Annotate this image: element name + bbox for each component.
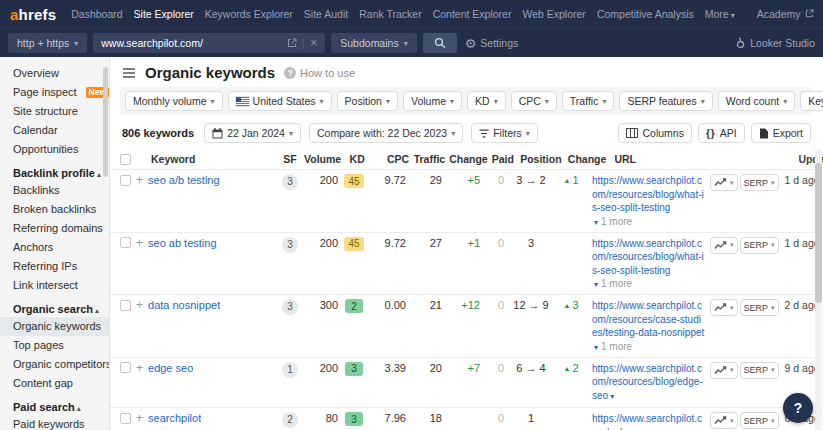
url-link[interactable]: https://www.searchpilot.com/resources/ca… <box>592 300 704 338</box>
filter-position[interactable]: Position▾ <box>337 91 398 111</box>
sidebar-item-backlinks[interactable]: Backlinks <box>0 181 109 200</box>
sidebar-section-organic-search[interactable]: Organic search▴ <box>0 295 109 317</box>
sidebar-section-paid-search[interactable]: Paid search▴ <box>0 393 109 415</box>
topnav-item-dashboard[interactable]: Dashboard <box>71 8 122 20</box>
filter-keyword[interactable]: Keyword▾ <box>800 91 823 111</box>
expand-plus-icon[interactable]: + <box>136 175 143 185</box>
col-change[interactable]: Change <box>447 153 490 165</box>
serp-button[interactable]: SERP ▾ <box>740 362 779 379</box>
target-input[interactable]: www.searchpilot.com/ × <box>93 33 325 53</box>
sidebar-item-site-structure[interactable]: Site structure <box>0 102 109 121</box>
looker-studio-link[interactable]: Looker Studio <box>736 37 815 49</box>
expand-plus-icon[interactable]: + <box>136 300 143 310</box>
clear-input-icon[interactable]: × <box>310 38 317 48</box>
ahrefs-logo[interactable]: ahrefs <box>10 6 56 23</box>
export-button[interactable]: Export <box>751 123 811 143</box>
col-cpc[interactable]: CPC <box>371 153 411 165</box>
col-kd[interactable]: KD <box>343 153 371 165</box>
mode-dropdown[interactable]: Subdomains▾ <box>331 33 416 53</box>
topnav-item-rank-tracker[interactable]: Rank Tracker <box>359 8 421 20</box>
filter-cpc[interactable]: CPC▾ <box>511 91 557 111</box>
col-sf[interactable]: SF <box>278 153 302 165</box>
col-position[interactable]: Position <box>516 153 566 165</box>
topnav-item-competitive-analysis[interactable]: Competitive Analysis <box>597 8 694 20</box>
sidebar-item-top-pages[interactable]: Top pages <box>0 336 109 355</box>
columns-button[interactable]: Columns <box>618 123 691 143</box>
topnav-item-more[interactable]: More▾ <box>705 8 735 20</box>
sidebar-section-backlink-profile[interactable]: Backlink profile▴ <box>0 159 109 181</box>
open-external-icon[interactable] <box>287 38 297 48</box>
sidebar-item-content-gap[interactable]: Content gap <box>0 374 109 393</box>
position-history-chart-button[interactable]: ▾ <box>710 362 738 379</box>
position-history-chart-button[interactable]: ▾ <box>710 174 738 191</box>
keyword-link[interactable]: seo ab testing <box>148 237 217 249</box>
filters-button[interactable]: Filters▾ <box>471 123 538 143</box>
url-link[interactable]: https://www.searchpilot.com/resources/bl… <box>592 238 704 276</box>
topnav-item-keywords-explorer[interactable]: Keywords Explorer <box>205 8 293 20</box>
sidebar-item-opportunities[interactable]: Opportunities <box>0 140 109 159</box>
position-history-chart-button[interactable]: ▾ <box>710 237 738 254</box>
filter-serp-features[interactable]: SERP features▾ <box>619 91 712 111</box>
api-button[interactable]: {} API <box>698 123 745 143</box>
more-urls-link[interactable]: 1 more <box>601 278 632 289</box>
sidebar-item-page-inspect[interactable]: Page inspectNew <box>0 83 109 102</box>
topnav-item-content-explorer[interactable]: Content Explorer <box>433 8 512 20</box>
filter-traffic[interactable]: Traffic▾ <box>562 91 615 111</box>
position-history-chart-button[interactable]: ▾ <box>710 412 738 429</box>
expand-plus-icon[interactable]: + <box>136 238 143 248</box>
col-traffic[interactable]: Traffic <box>411 153 447 165</box>
filter-volume[interactable]: Volume▾ <box>403 91 462 111</box>
filter-united-states[interactable]: United States▾ <box>228 91 332 111</box>
serp-button[interactable]: SERP ▾ <box>740 174 779 191</box>
sidebar-scrollbar[interactable] <box>103 67 108 177</box>
sidebar-item-broken-backlinks[interactable]: Broken backlinks <box>0 200 109 219</box>
more-urls-link[interactable]: 4 more <box>618 427 649 430</box>
url-dropdown-caret[interactable]: ▾ <box>594 280 598 289</box>
sidebar-item-referring-ips[interactable]: Referring IPs <box>0 257 109 276</box>
url-dropdown-caret[interactable]: ▾ <box>594 343 598 352</box>
select-all-checkbox[interactable] <box>120 154 131 165</box>
filter-monthly-volume[interactable]: Monthly volume▾ <box>125 91 223 111</box>
sidebar-item-paid-keywords[interactable]: Paid keywords <box>0 415 109 430</box>
topnav-item-site-explorer[interactable]: Site Explorer <box>134 8 194 20</box>
settings-button[interactable]: ⚙Settings <box>465 36 519 51</box>
sidebar-item-referring-domains[interactable]: Referring domains <box>0 219 109 238</box>
filter-kd[interactable]: KD▾ <box>467 91 506 111</box>
expand-plus-icon[interactable]: + <box>136 363 143 373</box>
keyword-link[interactable]: edge seo <box>148 362 193 374</box>
sidebar-item-overview[interactable]: Overview <box>0 64 109 83</box>
col-keyword[interactable]: Keyword <box>151 153 195 165</box>
keyword-link[interactable]: data nosnippet <box>148 299 220 311</box>
search-button[interactable] <box>423 33 457 53</box>
sidebar-item-link-intersect[interactable]: Link intersect <box>0 276 109 295</box>
url-link[interactable]: https://www.searchpilot.com/resources/bl… <box>592 363 703 401</box>
topnav-item-academy[interactable]: Academy <box>757 8 815 20</box>
url-link[interactable]: https://www.searchpilot.com/resources/bl… <box>592 175 704 213</box>
sidebar-item-organic-competitors[interactable]: Organic competitors <box>0 355 109 374</box>
keyword-link[interactable]: seo a/b testing <box>148 174 220 186</box>
topnav-item-site-audit[interactable]: Site Audit <box>304 8 348 20</box>
row-checkbox[interactable] <box>120 362 131 373</box>
sidebar-item-organic-keywords[interactable]: Organic keywords <box>0 317 109 336</box>
help-button[interactable]: ? <box>783 393 813 423</box>
col-paid[interactable]: Paid <box>490 153 516 165</box>
topnav-item-web-explorer[interactable]: Web Explorer <box>522 8 585 20</box>
row-checkbox[interactable] <box>120 413 131 424</box>
collapse-sidebar-icon[interactable] <box>122 67 136 79</box>
sidebar-item-calendar[interactable]: Calendar <box>0 121 109 140</box>
col-url[interactable]: URL <box>608 153 730 165</box>
table-scrollbar-thumb[interactable] <box>815 163 822 303</box>
compare-date-button[interactable]: Compare with: 22 Dec 2023▾ <box>309 123 463 143</box>
more-urls-link[interactable]: 1 more <box>601 216 632 227</box>
serp-button[interactable]: SERP ▾ <box>740 299 779 316</box>
sidebar-item-anchors[interactable]: Anchors <box>0 238 109 257</box>
protocol-dropdown[interactable]: http + https▾ <box>8 33 87 53</box>
url-dropdown-caret[interactable]: ▾ <box>594 218 598 227</box>
keyword-link[interactable]: searchpilot <box>148 412 201 424</box>
col-position-change[interactable]: Change <box>566 153 609 165</box>
date-picker-button[interactable]: 22 Jan 2024▾ <box>204 123 301 143</box>
position-history-chart-button[interactable]: ▾ <box>710 299 738 316</box>
serp-button[interactable]: SERP ▾ <box>740 237 779 254</box>
how-to-use-link[interactable]: ? How to use <box>284 67 355 79</box>
row-checkbox[interactable] <box>120 175 131 186</box>
